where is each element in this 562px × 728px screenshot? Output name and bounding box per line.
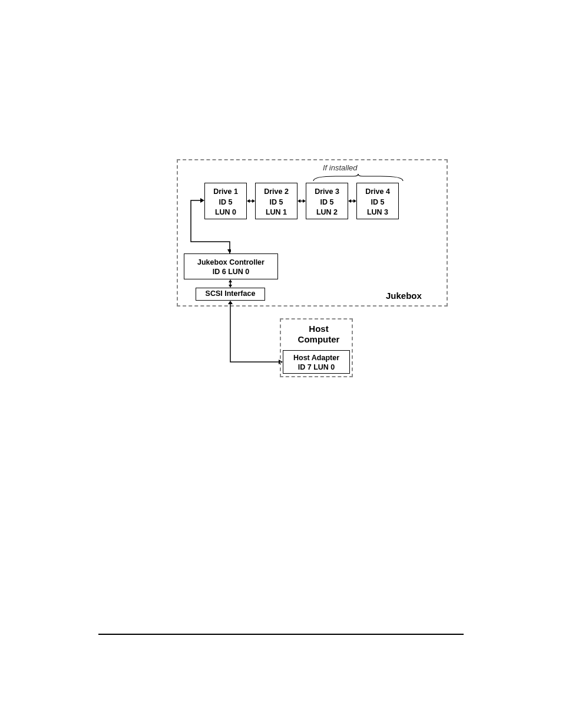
- scsi-label: SCSI Interface: [206, 289, 256, 298]
- brace-icon: [312, 174, 406, 182]
- jukebox-label: Jukebox: [386, 291, 422, 301]
- svg-marker-14: [228, 301, 233, 304]
- drive-box-3: Drive 3 ID 5 LUN 2: [306, 183, 348, 219]
- bidir-arrow-icon: [297, 198, 306, 204]
- svg-marker-2: [252, 199, 255, 203]
- if-installed-label: If installed: [323, 163, 358, 172]
- drive-id: ID 5: [306, 197, 348, 208]
- drive-name: Drive 4: [357, 187, 398, 197]
- svg-marker-10: [227, 249, 231, 253]
- bidir-arrow-icon: [247, 198, 255, 204]
- controller-id-lun: ID 6 LUN 0: [184, 267, 277, 276]
- connector-line: [227, 301, 286, 365]
- drive-id: ID 5: [256, 197, 297, 208]
- drive-lun: LUN 2: [306, 207, 348, 218]
- connector-line: [189, 195, 231, 253]
- svg-marker-8: [353, 199, 356, 203]
- svg-marker-1: [247, 199, 250, 203]
- bidir-arrow-icon: [227, 279, 233, 288]
- adapter-title: Host Adapter: [283, 353, 349, 363]
- drive-lun: LUN 3: [357, 207, 398, 218]
- drive-box-4: Drive 4 ID 5 LUN 3: [356, 183, 399, 219]
- controller-title: Jukebox Controller: [184, 258, 277, 267]
- jukebox-controller-box: Jukebox Controller ID 6 LUN 0: [184, 253, 278, 279]
- drive-id: ID 5: [357, 197, 398, 208]
- svg-marker-4: [297, 199, 300, 203]
- horizontal-rule: [98, 634, 464, 635]
- host-adapter-box: Host Adapter ID 7 LUN 0: [283, 350, 350, 374]
- svg-marker-7: [348, 199, 351, 203]
- adapter-id-lun: ID 7 LUN 0: [283, 363, 349, 372]
- drive-box-2: Drive 2 ID 5 LUN 1: [255, 183, 297, 219]
- bidir-arrow-icon: [348, 198, 356, 204]
- host-computer-label: Host Computer: [292, 324, 345, 345]
- svg-marker-5: [303, 199, 306, 203]
- scsi-interface-box: SCSI Interface: [196, 288, 265, 301]
- svg-marker-9: [200, 198, 204, 203]
- drive-lun: LUN 1: [256, 207, 297, 218]
- drive-name: Drive 3: [306, 187, 348, 197]
- svg-marker-12: [229, 279, 232, 282]
- drive-name: Drive 2: [256, 187, 297, 197]
- scsi-jukebox-diagram: If installed Drive 1 ID 5 LUN 0 Drive 2 …: [177, 159, 471, 395]
